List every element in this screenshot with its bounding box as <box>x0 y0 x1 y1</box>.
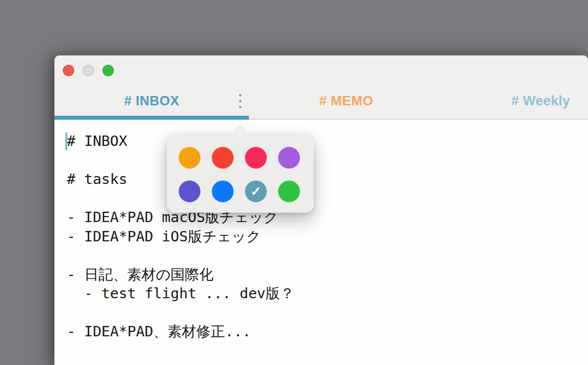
vertical-ellipsis-icon <box>239 106 242 108</box>
color-swatch-grid: ✓ <box>167 134 314 202</box>
vertical-ellipsis-icon <box>239 100 242 102</box>
check-icon: ✓ <box>250 184 261 199</box>
tab-options-button[interactable] <box>234 91 246 111</box>
color-swatch-blue[interactable] <box>212 181 234 202</box>
editor-line: - 日記、素材の国際化 <box>67 265 588 284</box>
desktop-background: { "window": { "traffic_lights": [ { "nam… <box>0 0 588 365</box>
editor-line: - IDEA*PAD macOS版チェック <box>67 208 588 227</box>
traffic-lights <box>63 65 114 76</box>
color-picker-popover: ✓ <box>167 134 314 213</box>
zoom-button[interactable] <box>102 65 114 76</box>
tab-label: # Weekly <box>511 93 570 109</box>
editor-line: - IDEA*PAD iOS版チェック <box>67 227 588 246</box>
editor-line: # tasks <box>67 170 588 189</box>
close-button[interactable] <box>63 65 74 76</box>
editor-line: # INBOX <box>67 132 588 151</box>
tab-label: # MEMO <box>319 93 374 109</box>
editor-lines: # INBOX# tasks- IDEA*PAD macOS版チェック- IDE… <box>54 120 588 341</box>
color-swatch-red[interactable] <box>212 147 234 169</box>
editor-line: - IDEA*PAD、素材修正... <box>67 322 588 341</box>
active-tab-underline <box>54 116 249 120</box>
color-swatch-pink[interactable] <box>245 147 267 169</box>
editor-pane[interactable]: # INBOX# tasks- IDEA*PAD macOS版チェック- IDE… <box>54 120 588 365</box>
app-window: # INBOX # MEMO # Weekly # INBOX# tasks- … <box>54 55 588 365</box>
color-swatch-teal[interactable]: ✓ <box>245 181 267 202</box>
tab-label: # INBOX <box>124 93 180 109</box>
editor-line <box>67 246 588 265</box>
editor-line <box>67 151 588 170</box>
color-swatch-purple[interactable] <box>278 147 300 169</box>
text-cursor <box>65 132 67 150</box>
tab-memo[interactable]: # MEMO <box>249 84 443 118</box>
editor-line <box>67 303 588 322</box>
tab-bar: # INBOX # MEMO # Weekly <box>54 84 588 118</box>
minimize-button[interactable] <box>83 65 94 76</box>
tab-weekly[interactable]: # Weekly <box>443 84 588 118</box>
color-swatch-orange[interactable] <box>179 147 200 169</box>
editor-line: - test flight ... dev版？ <box>67 284 588 303</box>
window-header: # INBOX # MEMO # Weekly <box>54 55 588 120</box>
tab-inbox[interactable]: # INBOX <box>54 84 249 118</box>
color-swatch-green[interactable] <box>278 181 300 202</box>
editor-line <box>67 189 588 208</box>
vertical-ellipsis-icon <box>239 94 242 96</box>
color-swatch-indigo[interactable] <box>179 181 200 202</box>
